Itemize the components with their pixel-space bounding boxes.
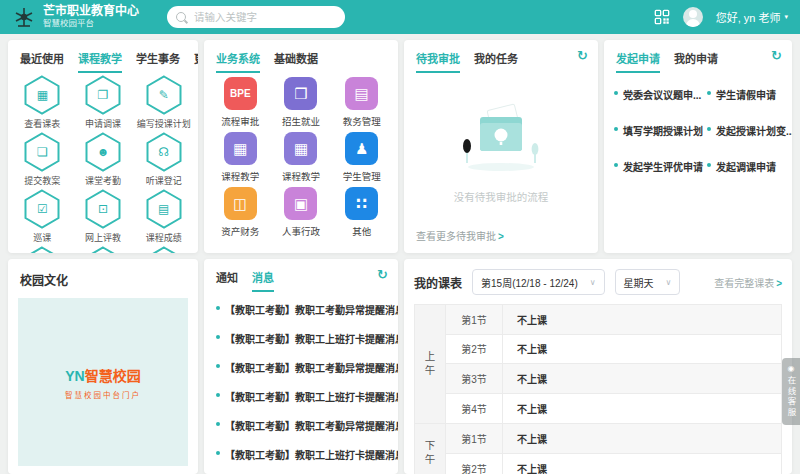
- hexagon-app-icon: ◔: [146, 246, 182, 253]
- business-app-icon: BPE: [224, 77, 257, 110]
- refresh-icon[interactable]: ↻: [771, 48, 782, 63]
- app-shortcut[interactable]: ☑ 巡课: [12, 189, 73, 246]
- application-item[interactable]: 党委会议议题申...: [614, 87, 703, 102]
- platform-name: 智慧校园平台: [43, 19, 139, 29]
- business-app[interactable]: ▦ 课程教学: [271, 132, 332, 183]
- application-item[interactable]: 填写学期授课计划: [614, 123, 703, 138]
- business-app-label: 课程教学: [282, 169, 320, 183]
- message-item[interactable]: 【教职工考勤】教职工上班打卡提醒消息: [216, 447, 390, 462]
- business-app-icon: ▦: [224, 132, 257, 165]
- tab-my-applications[interactable]: 我的申请: [674, 50, 718, 71]
- app-shortcut[interactable]: ☻ 课堂考勤: [73, 132, 134, 189]
- application-item[interactable]: 发起调课申请: [707, 159, 792, 174]
- view-more-approvals-link[interactable]: 查看更多待我审批>: [416, 228, 504, 243]
- period-label: 上午: [415, 305, 446, 423]
- message-item[interactable]: 【教职工考勤】教职工上班打卡提醒消息: [216, 389, 390, 404]
- day-select[interactable]: 星期天 ∨: [615, 269, 681, 295]
- business-app[interactable]: ♟ 学生管理: [331, 132, 392, 183]
- tab-course-teaching[interactable]: 课程教学: [78, 50, 122, 73]
- app-shortcut-label: 巡课: [33, 231, 51, 244]
- global-search[interactable]: [167, 6, 345, 28]
- brand-slogan: 智慧校园中台门户: [65, 389, 141, 400]
- message-item[interactable]: 【教职工考勤】教职工考勤异常提醒消息: [216, 360, 390, 375]
- panel-notifications: 通知 消息 ↻ 【教职工考勤】教职工考勤异常提醒消息 【教职工考勤】教职工上班打…: [204, 259, 398, 474]
- tab-pending-approval[interactable]: 待我审批: [416, 50, 460, 73]
- bullet-dot-icon: [216, 422, 220, 426]
- application-item-label: 填写学期授课计划: [623, 123, 703, 138]
- user-avatar[interactable]: [683, 7, 703, 27]
- app-shortcut-label: 申请调课: [85, 117, 121, 130]
- user-menu[interactable]: 您好, yn 老师 ▾: [716, 9, 788, 25]
- app-shortcut[interactable]: ❏ 提交教案: [12, 132, 73, 189]
- refresh-icon[interactable]: ↻: [377, 267, 388, 282]
- app-shortcut[interactable]: ▤ 课程成绩: [133, 189, 194, 246]
- business-app-label: 教务管理: [343, 114, 381, 128]
- tab-start-application[interactable]: 发起申请: [616, 50, 660, 73]
- message-item-text: 【教职工考勤】教职工上班打卡提醒消息: [225, 331, 398, 346]
- search-input[interactable]: [192, 10, 336, 24]
- slot-label: 第1节: [446, 305, 503, 334]
- culture-banner[interactable]: YN智慧校园 智慧校园中台门户: [18, 298, 188, 466]
- message-item-text: 【教职工考勤】教职工考勤异常提醒消息: [225, 360, 398, 375]
- business-app-label: 学生管理: [343, 169, 381, 183]
- week-select[interactable]: 第15周(12/18 - 12/24) ∨: [472, 269, 605, 295]
- business-app[interactable]: ▦ 课程教学: [210, 132, 271, 183]
- hexagon-app-icon: ☻: [85, 132, 121, 172]
- timetable: 上午 第1节 不上课 第2节 不上课 第3节 不上课: [414, 304, 782, 474]
- app-shortcut[interactable]: ▭: [73, 246, 134, 253]
- slot-label: 第2节: [446, 454, 503, 474]
- empty-folder-illustration: [453, 101, 549, 175]
- hexagon-app-icon: ❐: [85, 75, 121, 115]
- app-shortcut[interactable]: ▥: [12, 246, 73, 253]
- message-item[interactable]: 【教职工考勤】教职工上班打卡提醒消息: [216, 331, 390, 346]
- app-shortcut[interactable]: ▦ 查看课表: [12, 75, 73, 132]
- view-full-timetable-link[interactable]: 查看完整课表>: [714, 275, 782, 290]
- business-app[interactable]: ❒ 招生就业: [271, 77, 332, 128]
- message-item[interactable]: 【教职工考勤】教职工考勤异常提醒消息: [216, 302, 390, 317]
- application-item[interactable]: 发起授课计划变...: [707, 123, 792, 138]
- app-shortcut[interactable]: ☊ 听课登记: [133, 132, 194, 189]
- panel-business-systems: 业务系统 基础数据 BPE 流程审批 ❒ 招生就业 ▤ 教务管理 ▦ 课程教学: [204, 40, 398, 253]
- business-app[interactable]: ▤ 教务管理: [331, 77, 392, 128]
- tab-messages[interactable]: 消息: [252, 269, 274, 292]
- tab-more[interactable]: 更多∨: [194, 50, 198, 71]
- business-app[interactable]: BPE 流程审批: [210, 77, 271, 128]
- bullet-dot-icon: [216, 335, 220, 339]
- tab-recently-used[interactable]: 最近使用: [20, 50, 64, 71]
- business-app-label: 资产财务: [221, 224, 259, 238]
- app-shortcut-label: 编写授课计划: [137, 117, 191, 130]
- application-item-label: 发起学生评优申请: [623, 159, 703, 174]
- bullet-dot-icon: [216, 393, 220, 397]
- slot-label: 第2节: [446, 335, 503, 364]
- tab-my-tasks[interactable]: 我的任务: [474, 50, 518, 71]
- message-item[interactable]: 【教职工考勤】教职工考勤异常提醒消息: [216, 418, 390, 433]
- app-shortcut[interactable]: ⊡ 网上评教: [73, 189, 134, 246]
- app-shortcut-label: 课堂考勤: [85, 174, 121, 187]
- business-app[interactable]: ▣ 人事行政: [271, 187, 332, 238]
- school-logo-icon: [12, 5, 36, 29]
- application-item[interactable]: 学生请假申请: [707, 87, 792, 102]
- tab-business-systems[interactable]: 业务系统: [216, 50, 260, 73]
- bullet-dot-icon: [216, 364, 220, 368]
- business-app[interactable]: ◫ 资产财务: [210, 187, 271, 238]
- bullet-dot-icon: [614, 91, 618, 95]
- business-app-icon: ▣: [284, 187, 317, 220]
- business-app[interactable]: ∷ 其他: [331, 187, 392, 238]
- refresh-icon[interactable]: ↻: [577, 48, 588, 63]
- message-list: 【教职工考勤】教职工考勤异常提醒消息 【教职工考勤】教职工上班打卡提醒消息 【教…: [204, 292, 398, 462]
- tab-notices[interactable]: 通知: [216, 269, 238, 290]
- application-item[interactable]: 发起学生评优申请: [614, 159, 703, 174]
- application-list: 党委会议议题申... 学生请假申请 填写学期授课计划 发起授课计划变... 发起…: [604, 73, 792, 174]
- app-shortcut[interactable]: ❐ 申请调课: [73, 75, 134, 132]
- slot-label: 第3节: [446, 364, 503, 393]
- tab-student-affairs[interactable]: 学生事务: [136, 50, 180, 71]
- morning-rows: 第1节 不上课 第2节 不上课 第3节 不上课 第4节: [446, 305, 781, 423]
- hexagon-app-icon: ☊: [146, 132, 182, 172]
- app-shortcut[interactable]: ◔: [133, 246, 194, 253]
- business-app-icon: ▦: [284, 132, 317, 165]
- hexagon-app-icon: ⊡: [85, 189, 121, 229]
- app-grid-icon[interactable]: [654, 9, 670, 25]
- online-service-tab[interactable]: ◉ 在线客服: [782, 358, 800, 425]
- tab-basic-data[interactable]: 基础数据: [274, 50, 318, 71]
- app-shortcut[interactable]: ✎ 编写授课计划: [133, 75, 194, 132]
